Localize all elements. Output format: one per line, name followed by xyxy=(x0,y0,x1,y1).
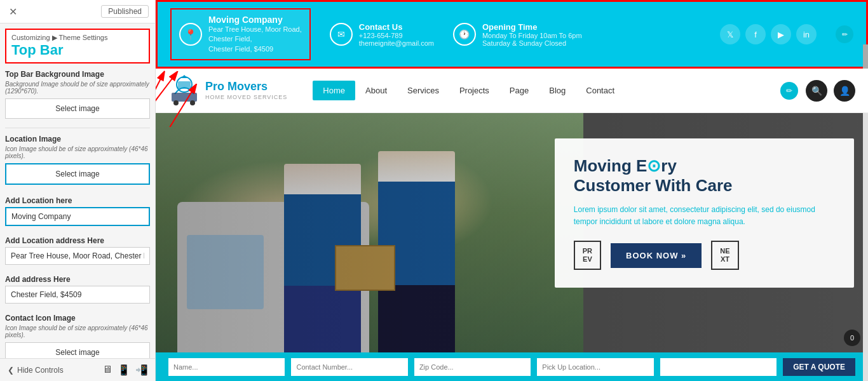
hero-description: Lorem ipsum dolor sit amet, consectetur … xyxy=(574,204,835,228)
company-address: Pear Tree House, Moor Road, Chester Fiel… xyxy=(208,25,302,54)
location-image-desc: Icon Image should be of size approximate… xyxy=(5,145,150,159)
close-button[interactable]: ✕ xyxy=(6,5,19,18)
svg-rect-2 xyxy=(178,81,191,89)
nav-links: Home About Services Projects Page Blog C… xyxy=(313,81,806,100)
linkedin-icon[interactable]: in xyxy=(796,24,817,44)
company-name: Moving Company xyxy=(208,15,302,25)
hero-section: Moving E⊙ry Customer With Care Lorem ips… xyxy=(156,113,868,367)
device-switcher: 🖥 📱 📲 xyxy=(102,364,148,376)
hero-title-line1: Moving E xyxy=(574,156,648,175)
hero-title-icon: ⊙ xyxy=(647,156,661,175)
extra-input[interactable] xyxy=(660,358,776,376)
topbar-section-title: Top Bar xyxy=(11,42,144,58)
nav-page[interactable]: Page xyxy=(499,81,539,100)
zip-input[interactable] xyxy=(414,358,531,376)
hours-weekday: Monday To Friday 10am To 6pm xyxy=(482,32,582,39)
logo-text: Pro Movers Home Moved Services xyxy=(205,80,287,100)
nav-home[interactable]: Home xyxy=(313,81,355,100)
hide-controls-button[interactable]: ❮ Hide Controls xyxy=(8,366,64,375)
nav-contact[interactable]: Contact xyxy=(576,81,625,100)
contact-icon-desc: Icon Image should be of size approximate… xyxy=(5,324,150,338)
cart-bubble[interactable]: 0 xyxy=(844,330,860,346)
facebook-icon[interactable]: f xyxy=(745,24,766,44)
logo: Pro Movers Home Moved Services xyxy=(168,75,287,107)
nav-blog[interactable]: Blog xyxy=(539,81,576,100)
email-icon: ✉ xyxy=(330,23,353,46)
svg-rect-1 xyxy=(172,93,197,102)
sidebar-footer: ❮ Hide Controls 🖥 📱 📲 xyxy=(0,358,156,381)
twitter-icon[interactable]: 𝕏 xyxy=(720,24,740,44)
hours-weekend: Saturday & Sunday Closed xyxy=(482,39,582,47)
prev-button[interactable]: PREV xyxy=(574,241,601,270)
hero-title-line2: Customer With Care xyxy=(574,176,733,195)
youtube-icon[interactable]: ▶ xyxy=(771,24,791,44)
mobile-icon[interactable]: 📲 xyxy=(135,364,148,376)
contact-input[interactable] xyxy=(291,358,407,376)
clock-icon: 🕐 xyxy=(453,23,476,46)
nav-about[interactable]: About xyxy=(355,81,397,100)
logo-sub-text: Home Moved Services xyxy=(205,94,287,101)
breadcrumb-box: Customizing ▶ Theme Settings Top Bar xyxy=(5,29,150,64)
hours-title: Opening Time xyxy=(482,22,582,32)
company-details: Moving Company Pear Tree House, Moor Roa… xyxy=(208,15,302,54)
next-button[interactable]: NEXT xyxy=(711,241,738,270)
bg-image-desc: Background Image should be of size appro… xyxy=(5,81,150,95)
svg-point-3 xyxy=(173,100,179,105)
nav-projects[interactable]: Projects xyxy=(449,81,499,100)
user-icon[interactable]: 👤 xyxy=(834,80,855,102)
add-location-label: Add Location here xyxy=(5,196,150,205)
tablet-icon[interactable]: 📱 xyxy=(118,364,130,376)
logo-icon xyxy=(168,75,200,107)
location-image-label: Location Image xyxy=(5,135,150,144)
chevron-left-icon: ❮ xyxy=(8,366,14,375)
hero-buttons: PREV BOOK NOW » NEXT xyxy=(574,241,835,270)
book-now-button[interactable]: BOOK NOW » xyxy=(611,243,702,268)
contact-info: ✉ Contact Us +123-654-789 themeignite@gm… xyxy=(330,22,434,47)
pickup-input[interactable] xyxy=(537,358,653,376)
name-input[interactable] xyxy=(168,358,285,376)
hero-title: Moving E⊙ry Customer With Care xyxy=(574,156,835,196)
hide-controls-label: Hide Controls xyxy=(17,366,64,375)
hero-card: Moving E⊙ry Customer With Care Lorem ips… xyxy=(555,138,854,288)
hours-details: Opening Time Monday To Friday 10am To 6p… xyxy=(482,22,582,47)
svg-point-4 xyxy=(190,100,195,105)
logo-main-text: Pro Movers xyxy=(205,80,287,94)
sidebar: ✕ Published Customizing ▶ Theme Settings… xyxy=(0,0,156,381)
topbar-edit-button[interactable]: ✏ xyxy=(836,25,853,43)
sidebar-fields: Top Bar Background Image Background Imag… xyxy=(0,70,155,379)
nav-icons: 🔍 👤 xyxy=(806,80,855,102)
contact-email: themeignite@gmail.com xyxy=(359,39,434,47)
company-info: 📍 Moving Company Pear Tree House, Moor R… xyxy=(170,8,311,60)
bg-image-label: Top Bar Background Image xyxy=(5,70,150,79)
nav-bar: Pro Movers Home Moved Services Home Abou… xyxy=(156,69,868,113)
search-icon[interactable]: 🔍 xyxy=(806,80,827,102)
bg-select-button[interactable]: Select image xyxy=(5,98,150,119)
preview-area: 📍 Moving Company Pear Tree House, Moor R… xyxy=(156,0,868,381)
contact-details: Contact Us +123-654-789 themeignite@gmai… xyxy=(359,22,434,47)
published-button[interactable]: Published xyxy=(101,5,149,18)
location-input[interactable] xyxy=(5,207,150,226)
get-quote-button[interactable]: GET A QUOTE xyxy=(783,358,855,376)
add-location-address-label: Add Location address Here xyxy=(5,236,150,245)
contact-icon-label: Contact Icon Image xyxy=(5,314,150,323)
location-address-input[interactable] xyxy=(5,247,150,265)
hours-info: 🕐 Opening Time Monday To Friday 10am To … xyxy=(453,22,582,47)
sidebar-content: Customizing ▶ Theme Settings Top Bar Top… xyxy=(0,23,155,379)
top-bar-strip: 📍 Moving Company Pear Tree House, Moor R… xyxy=(156,0,868,69)
desktop-icon[interactable]: 🖥 xyxy=(102,364,112,376)
location-icon: 📍 xyxy=(179,23,202,46)
add-address-label: Add address Here xyxy=(5,275,150,284)
contact-phone: +123-654-789 xyxy=(359,32,434,39)
nav-edit-button[interactable]: ✏ xyxy=(780,82,798,100)
breadcrumb: Customizing ▶ Theme Settings xyxy=(11,34,144,42)
bottom-bar: GET A QUOTE xyxy=(156,352,868,381)
location-select-button[interactable]: Select image xyxy=(5,163,150,185)
address-input[interactable] xyxy=(5,286,150,304)
nav-services[interactable]: Services xyxy=(397,81,449,100)
sidebar-header: ✕ Published xyxy=(0,0,155,23)
social-icons: 𝕏 f ▶ in xyxy=(720,24,817,44)
contact-title: Contact Us xyxy=(359,22,434,32)
